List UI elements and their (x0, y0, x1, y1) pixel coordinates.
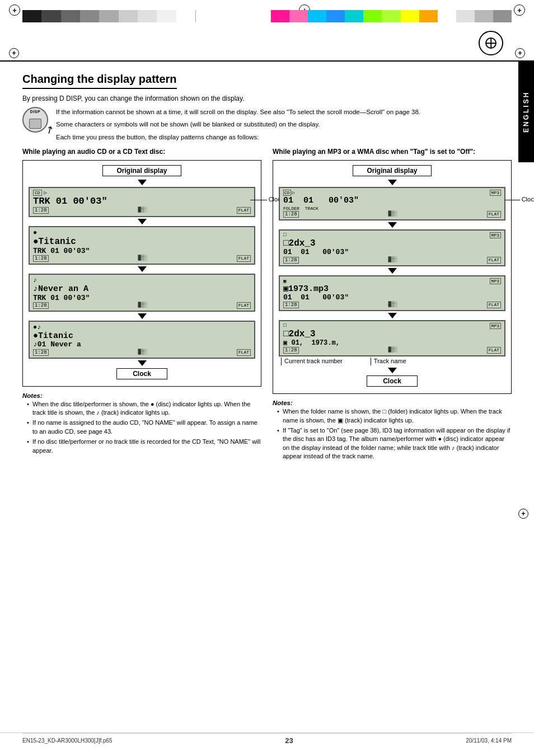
footer-left: EN15-23_KD-AR3000LH300[J]f.p65 (22, 738, 113, 744)
disp-button-icon: DISP ↗ (22, 107, 48, 133)
page-title: Changing the display pattern (22, 73, 177, 89)
lcd-screen-right-1: CD ▷ MP3 01 01 00'03" FOLDERTRACK 1:28 ▓… (279, 187, 505, 220)
language-label: ENGLISH (522, 91, 530, 133)
left-note-1: • When the disc title/performer is shown… (27, 400, 261, 417)
left-clock-label: Clock (116, 368, 167, 379)
clock-time-annotation-right: Clock time (504, 196, 534, 203)
left-notes-title: Notes: (22, 392, 261, 399)
footer-right: 20/11/03, 4:14 PM (466, 738, 512, 744)
intro-note2: Some characters or symbols will not be s… (56, 119, 512, 129)
left-col-header: While playing an audio CD or a CD Text d… (22, 148, 261, 156)
lcd-screen-left-4: ●♪ ●Titanic ♪01 Never a 1:28 ▓▒░ FLAT (29, 321, 255, 359)
right-note-2: • If "Tag" is set to "On" (see page 38),… (277, 426, 512, 461)
lcd-screen-left-2: ● ●Titanic TRK 01 00'03" 1:28 ▓▒░ FLAT (29, 226, 255, 265)
intro-note1: If the information cannot be shown at a … (56, 107, 512, 117)
left-note-3: • If no disc title/performer or no track… (27, 438, 261, 455)
right-original-display-label: Original display (353, 165, 431, 176)
lcd-screen-left-1: CD ▷ TRK 01 00'03" 1:28 ▓▒░ FLAT (29, 187, 255, 217)
intro-note3: Each time you press the button, the disp… (56, 132, 512, 142)
current-track-annotation: Current track number (281, 358, 343, 365)
right-clock-label: Clock (367, 375, 418, 387)
right-col-header: While playing an MP3 or a WMA disc when … (273, 148, 512, 156)
intro-text: By pressing D DISP, you can change the i… (22, 95, 512, 102)
right-note-1: • When the folder name is shown, the □ (… (277, 407, 512, 425)
right-notes-title: Notes: (273, 400, 512, 406)
left-note-2: • If no name is assigned to the audio CD… (27, 419, 261, 436)
left-original-display-label: Original display (102, 165, 181, 176)
lcd-screen-right-3: ▣ MP3 ▣1973.mp3 01 01 00'03" 1:28 ▓▒░ FL… (279, 275, 505, 312)
lcd-screen-left-3: ♪ ♪Never an A TRK 01 00'03" 1:28 ▓▒░ FLA… (29, 274, 255, 312)
track-name-annotation: Track name (371, 358, 406, 365)
lcd-screen-right-2: □ MP3 □2dx_3 01 01 00'03" 1:28 ▓▒░ FLAT (279, 229, 505, 266)
lcd-screen-right-4: □ MP3 □2dx_3 ▣ 01, 1973.m, 1:28 ▓▒░ FLAT (279, 320, 505, 356)
footer-center: 23 (285, 736, 293, 745)
language-sidebar: ENGLISH (518, 62, 534, 162)
